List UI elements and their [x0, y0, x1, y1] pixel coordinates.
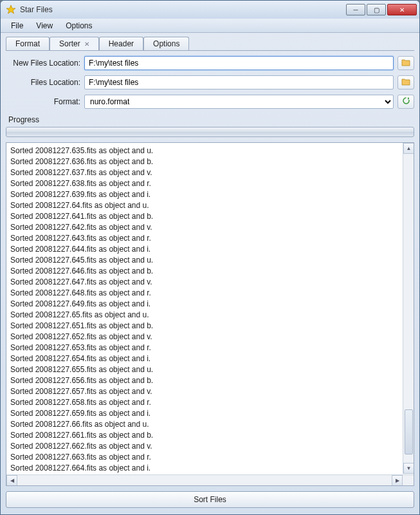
titlebar[interactable]: Star Files ─ ▢ ✕ [1, 1, 419, 19]
progress-label: Progress [6, 115, 414, 124]
folder-icon [401, 78, 410, 88]
log-line: Sorted 20081227.635.fits as object and u… [10, 145, 410, 156]
format-select[interactable]: nuro.format [84, 95, 394, 109]
log-line: Sorted 20081227.645.fits as object and u… [10, 255, 410, 266]
menu-options[interactable]: Options [59, 19, 98, 32]
log-line: Sorted 20081227.641.fits as object and b… [10, 211, 410, 222]
scroll-left-icon[interactable]: ◀ [6, 475, 17, 486]
new-files-location-input[interactable] [84, 56, 394, 70]
close-button[interactable]: ✕ [387, 4, 417, 15]
window-title: Star Files [20, 5, 346, 14]
log-line: Sorted 20081227.661.fits as object and b… [10, 430, 410, 441]
scroll-up-icon[interactable]: ▲ [403, 143, 414, 154]
log-line: Sorted 20081227.638.fits as object and r… [10, 178, 410, 189]
tab-close-icon[interactable]: ✕ [84, 41, 89, 48]
log-line: Sorted 20081227.646.fits as object and b… [10, 266, 410, 277]
scroll-right-icon[interactable]: ▶ [392, 475, 403, 486]
log-line: Sorted 20081227.656.fits as object and b… [10, 375, 410, 386]
log-line: Sorted 20081227.639.fits as object and i… [10, 189, 410, 200]
browse-new-files-button[interactable] [397, 56, 414, 70]
log-line: Sorted 20081227.662.fits as object and v… [10, 441, 410, 452]
content-area: Format Sorter✕ Header Options New Files … [1, 33, 419, 514]
row-new-files-location: New Files Location: [6, 56, 414, 70]
log-line: Sorted 20081227.637.fits as object and v… [10, 167, 410, 178]
menu-view[interactable]: View [30, 19, 59, 32]
log-line: Sorted 20081227.643.fits as object and r… [10, 233, 410, 244]
window: Star Files ─ ▢ ✕ File View Options Forma… [0, 0, 420, 515]
vertical-scrollbar[interactable]: ▲ ▼ [403, 143, 414, 474]
log-box: Sorted 20081227.635.fits as object and u… [6, 142, 414, 486]
log-line: Sorted 20081227.66.fits as object and u. [10, 419, 410, 430]
log-line: Sorted 20081227.658.fits as object and r… [10, 397, 410, 408]
folder-icon [401, 59, 410, 68]
minimize-button[interactable]: ─ [346, 4, 365, 15]
files-location-label: Files Location: [6, 78, 84, 87]
format-label: Format: [6, 97, 84, 106]
row-format: Format: nuro.format [6, 95, 414, 109]
scroll-thumb[interactable] [405, 409, 413, 454]
maximize-button[interactable]: ▢ [367, 4, 386, 15]
svg-marker-0 [6, 5, 15, 14]
log-line: Sorted 20081227.649.fits as object and i… [10, 299, 410, 310]
log-line: Sorted 20081227.657.fits as object and v… [10, 386, 410, 397]
log-line: Sorted 20081227.663.fits as object and r… [10, 452, 410, 463]
window-buttons: ─ ▢ ✕ [346, 4, 417, 15]
log-line: Sorted 20081227.653.fits as object and r… [10, 342, 410, 353]
tab-bar: Format Sorter✕ Header Options [6, 37, 414, 51]
log-line: Sorted 20081227.644.fits as object and i… [10, 244, 410, 255]
log-line: Sorted 20081227.647.fits as object and v… [10, 277, 410, 288]
menu-file[interactable]: File [5, 19, 30, 32]
tab-format[interactable]: Format [6, 37, 50, 50]
new-files-location-label: New Files Location: [6, 59, 84, 68]
row-files-location: Files Location: [6, 75, 414, 89]
log-line: Sorted 20081227.659.fits as object and i… [10, 408, 410, 419]
browse-files-button[interactable] [397, 75, 414, 89]
log-line: Sorted 20081227.654.fits as object and i… [10, 353, 410, 364]
refresh-icon [402, 97, 410, 107]
scroll-down-icon[interactable]: ▼ [403, 463, 414, 474]
log-line: Sorted 20081227.664.fits as object and i… [10, 463, 410, 474]
horizontal-scrollbar[interactable]: ◀ ▶ [6, 474, 414, 485]
log-line: Sorted 20081227.642.fits as object and v… [10, 222, 410, 233]
app-star-icon [6, 5, 16, 15]
progress-bar [6, 127, 414, 137]
log-line: Sorted 20081227.652.fits as object and v… [10, 332, 410, 342]
tab-header[interactable]: Header [99, 37, 143, 50]
menubar: File View Options [1, 19, 419, 33]
sort-files-button[interactable]: Sort Files [6, 491, 414, 508]
tab-sorter[interactable]: Sorter✕ [50, 37, 99, 50]
log-line: Sorted 20081227.648.fits as object and r… [10, 288, 410, 299]
log-line: Sorted 20081227.655.fits as object and u… [10, 364, 410, 375]
log-line: Sorted 20081227.651.fits as object and b… [10, 321, 410, 332]
refresh-format-button[interactable] [397, 95, 414, 109]
log-line: Sorted 20081227.636.fits as object and b… [10, 156, 410, 167]
files-location-input[interactable] [84, 75, 394, 89]
log-line: Sorted 20081227.64.fits as object and u. [10, 200, 410, 211]
log-line: Sorted 20081227.65.fits as object and u. [10, 310, 410, 321]
tab-options[interactable]: Options [143, 37, 189, 50]
log-content[interactable]: Sorted 20081227.635.fits as object and u… [6, 143, 414, 474]
